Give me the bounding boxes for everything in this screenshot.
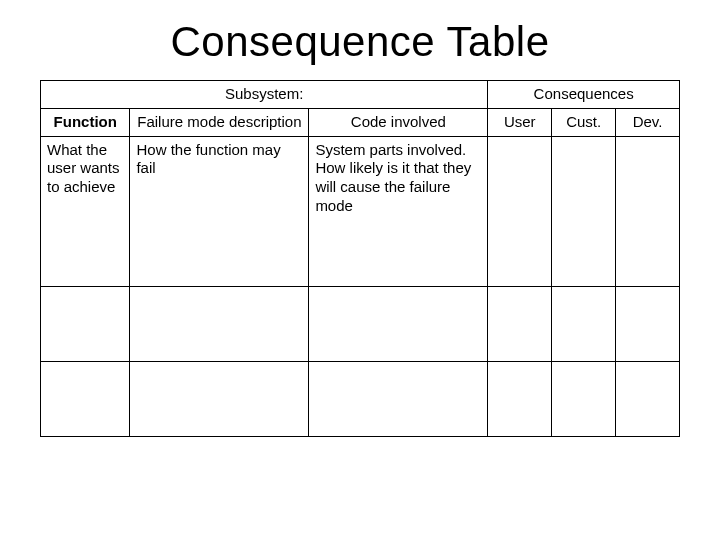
empty-cell: [616, 286, 680, 361]
cell-function: What the user wants to achieve: [41, 136, 130, 286]
empty-cell: [488, 361, 552, 436]
cell-dev: [616, 136, 680, 286]
consequence-table: Subsystem: Consequences Function Failure…: [40, 80, 680, 437]
header-function: Function: [41, 108, 130, 136]
table-row: [41, 361, 680, 436]
table-row: [41, 286, 680, 361]
page-title: Consequence Table: [40, 18, 680, 66]
code-line-2: How likely is it that they will cause th…: [315, 159, 481, 215]
empty-cell: [41, 361, 130, 436]
header-failure-mode: Failure mode description: [130, 108, 309, 136]
header-subsystem: Subsystem:: [41, 81, 488, 109]
cell-user: [488, 136, 552, 286]
header-row-1: Subsystem: Consequences: [41, 81, 680, 109]
cell-failure-mode: How the function may fail: [130, 136, 309, 286]
header-row-2: Function Failure mode description Code i…: [41, 108, 680, 136]
empty-cell: [130, 361, 309, 436]
empty-cell: [309, 361, 488, 436]
header-code-involved: Code involved: [309, 108, 488, 136]
empty-cell: [552, 361, 616, 436]
empty-cell: [488, 286, 552, 361]
empty-cell: [130, 286, 309, 361]
table-row: What the user wants to achieve How the f…: [41, 136, 680, 286]
header-cust: Cust.: [552, 108, 616, 136]
header-consequences: Consequences: [488, 81, 680, 109]
empty-cell: [552, 286, 616, 361]
slide: Consequence Table Subsystem: Consequence…: [0, 0, 720, 540]
header-dev: Dev.: [616, 108, 680, 136]
empty-cell: [41, 286, 130, 361]
cell-cust: [552, 136, 616, 286]
cell-code-involved: System parts involved. How likely is it …: [309, 136, 488, 286]
code-line-1: System parts involved.: [315, 141, 481, 160]
empty-cell: [309, 286, 488, 361]
header-user: User: [488, 108, 552, 136]
empty-cell: [616, 361, 680, 436]
